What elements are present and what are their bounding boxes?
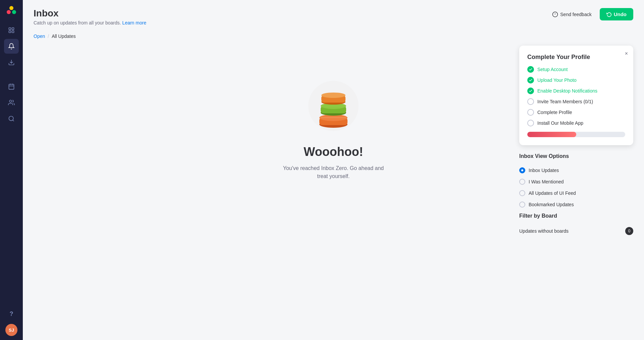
sidebar-item-people[interactable]	[4, 95, 19, 110]
view-option-i-was-mentioned[interactable]: I Was Mentioned	[519, 176, 633, 187]
empty-state: Wooohoo! You've reached Inbox Zero. Go a…	[283, 72, 384, 180]
svg-point-13	[9, 116, 13, 121]
svg-point-12	[9, 100, 12, 103]
right-panel: Complete Your Profile × Setup AccountUpl…	[519, 46, 633, 238]
view-option-all-updates[interactable]: All Updates of UI Feed	[519, 187, 633, 199]
profile-item-upload-photo[interactable]: Upload Your Photo	[527, 77, 625, 83]
profile-item-label-upload-photo: Upload Your Photo	[537, 77, 577, 83]
breadcrumb-current: All Updates	[52, 34, 76, 39]
svg-point-25	[321, 93, 345, 98]
svg-rect-3	[9, 28, 11, 30]
sidebar-item-home[interactable]	[4, 23, 19, 38]
filter-item-count-no-board: 0	[625, 227, 633, 235]
profile-item-invite-team[interactable]: Invite Team Members (0/1)	[527, 98, 625, 105]
header: Inbox Catch up on updates from all your …	[23, 0, 644, 34]
radio-bookmarked	[519, 202, 525, 208]
profile-item-enable-notifications[interactable]: Enable Desktop Notifications	[527, 88, 625, 94]
profile-item-setup-account[interactable]: Setup Account	[527, 66, 625, 73]
profile-card: Complete Your Profile × Setup AccountUpl…	[519, 46, 633, 145]
radio-all-updates	[519, 190, 525, 196]
page-title: Inbox	[34, 8, 146, 19]
header-top: Inbox Catch up on updates from all your …	[34, 8, 633, 25]
sidebar-item-search[interactable]	[4, 111, 19, 126]
sidebar-item-calendar[interactable]	[4, 79, 19, 94]
profile-item-complete-profile[interactable]: Complete Profile	[527, 109, 625, 116]
view-options-list: Inbox UpdatesI Was MentionedAll Updates …	[519, 165, 633, 210]
view-option-label-all-updates: All Updates of UI Feed	[529, 190, 576, 196]
svg-rect-6	[12, 31, 14, 33]
content-area: Wooohoo! You've reached Inbox Zero. Go a…	[23, 39, 644, 340]
empty-subtitle: You've reached Inbox Zero. Go ahead and …	[283, 164, 384, 180]
feedback-icon	[552, 11, 558, 17]
profile-item-check-invite-team	[527, 98, 534, 105]
svg-point-2	[12, 10, 16, 14]
svg-point-1	[9, 6, 13, 10]
undo-button[interactable]: Undo	[600, 8, 633, 20]
filter-item-label-no-board: Updates without boards	[519, 228, 569, 234]
filter-item-no-board[interactable]: Updates without boards0	[519, 224, 633, 238]
profile-item-check-enable-notifications	[527, 88, 534, 94]
app-logo[interactable]	[5, 4, 17, 16]
filter-items-list: Updates without boards0	[519, 224, 633, 238]
svg-rect-5	[9, 31, 11, 33]
view-option-label-inbox-updates: Inbox Updates	[529, 168, 559, 173]
breadcrumb-open[interactable]: Open	[34, 34, 45, 39]
profile-item-label-invite-team: Invite Team Members (0/1)	[537, 99, 593, 104]
inbox-view-options-section: Inbox View Options Inbox UpdatesI Was Me…	[519, 153, 633, 210]
page-title-group: Inbox Catch up on updates from all your …	[34, 8, 146, 25]
profile-card-title: Complete Your Profile	[527, 54, 625, 61]
sidebar-item-help[interactable]: ?	[4, 306, 19, 321]
sidebar-item-download[interactable]	[4, 55, 19, 70]
learn-more-link[interactable]: Learn more	[122, 20, 147, 25]
profile-item-check-complete-profile	[527, 109, 534, 116]
profile-item-label-setup-account: Setup Account	[537, 67, 568, 72]
profile-card-close-button[interactable]: ×	[625, 51, 628, 56]
header-actions: Send feedback Undo	[548, 8, 633, 20]
undo-icon	[606, 12, 612, 17]
profile-items-list: Setup AccountUpload Your PhotoEnable Des…	[527, 66, 625, 126]
view-option-label-bookmarked: Bookmarked Updates	[529, 202, 574, 207]
filter-by-board-section: Filter by Board Updates without boards0	[519, 213, 633, 238]
main-content: Inbox Catch up on updates from all your …	[23, 0, 644, 340]
svg-rect-4	[12, 28, 14, 30]
progress-bar-fill	[527, 132, 576, 137]
page-subtitle: Catch up on updates from all your boards…	[34, 20, 146, 25]
profile-item-install-app[interactable]: Install Our Mobile App	[527, 120, 625, 126]
sidebar-item-inbox[interactable]	[4, 39, 19, 54]
profile-item-label-enable-notifications: Enable Desktop Notifications	[537, 88, 597, 94]
profile-item-label-install-app: Install Our Mobile App	[537, 120, 583, 126]
inbox-view-options-title: Inbox View Options	[519, 153, 633, 159]
filter-by-board-title: Filter by Board	[519, 213, 633, 219]
macaron-image	[307, 72, 360, 139]
profile-item-label-complete-profile: Complete Profile	[537, 110, 572, 115]
breadcrumb-separator: /	[48, 34, 49, 39]
breadcrumb: Open / All Updates	[23, 34, 644, 39]
view-option-bookmarked[interactable]: Bookmarked Updates	[519, 199, 633, 210]
progress-bar-container	[527, 132, 625, 137]
sidebar: See plans + ? SJ	[0, 0, 23, 340]
sidebar-bottom: ? SJ	[4, 306, 19, 336]
profile-item-check-upload-photo	[527, 77, 534, 83]
profile-item-check-setup-account	[527, 66, 534, 73]
svg-line-14	[13, 120, 14, 121]
sidebar-nav	[4, 23, 19, 306]
profile-item-check-install-app	[527, 120, 534, 126]
radio-inbox-updates	[519, 167, 525, 173]
svg-point-0	[7, 10, 11, 14]
empty-title: Wooohoo!	[304, 145, 363, 159]
svg-rect-8	[9, 84, 14, 89]
view-option-label-i-was-mentioned: I Was Mentioned	[529, 179, 564, 184]
user-avatar[interactable]: SJ	[5, 324, 17, 336]
send-feedback-button[interactable]: Send feedback	[548, 9, 595, 20]
view-option-inbox-updates[interactable]: Inbox Updates	[519, 165, 633, 176]
radio-i-was-mentioned	[519, 179, 525, 185]
